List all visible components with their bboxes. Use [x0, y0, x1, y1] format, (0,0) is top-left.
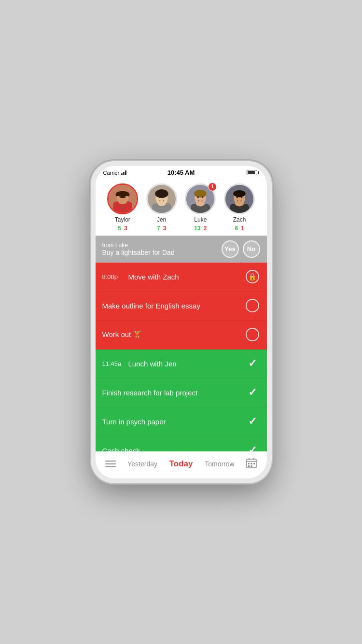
- mute-button: [85, 210, 87, 225]
- battery-indicator: [247, 170, 259, 175]
- checkmark-icon: ✓: [248, 386, 257, 399]
- task-row-lab-project[interactable]: Finish research for lab project ✓: [96, 378, 267, 407]
- volume-down-button: [85, 263, 87, 290]
- task-left: Turn in psych paper: [102, 418, 245, 426]
- friend-item-luke[interactable]: 1 Luke 13 2: [185, 183, 216, 232]
- task-left: Cash check: [102, 447, 245, 451]
- nav-yesterday[interactable]: Yesterday: [127, 460, 157, 468]
- friend-name-luke: Luke: [194, 216, 207, 223]
- task-left: Work out 🏋: [102, 330, 245, 339]
- svg-point-13: [163, 196, 165, 198]
- task-row-english-essay[interactable]: Make outline for English essay: [96, 292, 267, 321]
- avatar-wrap-jen: [146, 183, 177, 214]
- task-row-work-out[interactable]: Work out 🏋: [96, 321, 267, 350]
- friend-item-jen[interactable]: Jen 7 3: [146, 183, 177, 232]
- friend-counts-taylor: 5 3: [118, 225, 127, 232]
- tasks-area: from Luke Buy a lightsaber for Dad Yes N…: [96, 236, 267, 451]
- calendar-icon[interactable]: [246, 458, 257, 471]
- phone-screen: Carrier 10:45 AM: [96, 166, 267, 478]
- zach-face-svg: [225, 183, 253, 214]
- task-right: [245, 327, 260, 342]
- friend-name-jen: Jen: [157, 216, 166, 223]
- nav-tomorrow[interactable]: Tomorrow: [205, 460, 234, 468]
- task-label: Cash check: [102, 447, 140, 451]
- svg-point-29: [235, 201, 244, 206]
- task-left: Finish research for lab project: [102, 389, 245, 397]
- phone-frame: Carrier 10:45 AM: [91, 161, 272, 483]
- avatar-jen: [146, 183, 177, 214]
- task-right: [245, 298, 260, 313]
- svg-rect-35: [251, 463, 252, 464]
- friend-name-taylor: Taylor: [115, 216, 130, 223]
- suggestion-yes-button[interactable]: Yes: [222, 240, 239, 258]
- checkmark-icon: ✓: [248, 444, 257, 451]
- task-label: Turn in psych paper: [102, 418, 166, 426]
- friend-counts-luke: 13 2: [194, 225, 207, 232]
- avatar-wrap-luke: 1: [185, 183, 216, 214]
- suggestion-task-label: Buy a lightsaber for Dad: [102, 249, 217, 256]
- task-left: Make outline for English essay: [102, 302, 245, 310]
- task-right: ✓: [245, 385, 260, 400]
- task-right: ✓: [245, 443, 260, 451]
- checkmark-icon: ✓: [248, 357, 257, 370]
- task-row-cash-check[interactable]: Cash check ✓: [96, 436, 267, 451]
- friend-item-taylor[interactable]: Taylor 5 3: [107, 183, 138, 232]
- task-label: Move with Zach: [128, 273, 179, 281]
- task-time: 8:00p: [102, 273, 124, 280]
- task-time: 11:45a: [102, 360, 124, 367]
- task-row-lunch-jen[interactable]: 11:45a Lunch with Jen ✓: [96, 350, 267, 378]
- svg-point-22: [196, 201, 205, 206]
- svg-point-19: [197, 196, 199, 198]
- friend-counts-zach: 6 1: [235, 225, 244, 232]
- suggestion-text: from Luke Buy a lightsaber for Dad: [102, 242, 217, 256]
- carrier-label: Carrier: [103, 170, 127, 176]
- svg-rect-34: [248, 463, 250, 464]
- task-right: 🔒: [245, 269, 260, 284]
- task-label: Make outline for English essay: [102, 302, 200, 310]
- task-checkbox-unchecked[interactable]: [246, 299, 259, 312]
- suggestion-no-button[interactable]: No: [243, 240, 260, 258]
- lock-icon: 🔒: [246, 270, 259, 283]
- task-left: 11:45a Lunch with Jen: [102, 360, 245, 368]
- svg-point-18: [195, 189, 207, 197]
- svg-point-5: [120, 195, 122, 197]
- hamburger-menu-button[interactable]: [105, 461, 116, 467]
- svg-point-6: [124, 195, 126, 197]
- taylor-face-svg: [109, 183, 137, 214]
- svg-point-27: [241, 196, 243, 198]
- suggestion-buttons: Yes No: [222, 240, 260, 258]
- svg-point-26: [237, 196, 238, 198]
- wifi-icon: [121, 170, 126, 175]
- avatar-zach: [224, 183, 255, 214]
- svg-point-12: [158, 196, 160, 198]
- svg-point-8: [118, 199, 127, 204]
- avatar-wrap-zach: [224, 183, 255, 214]
- friend-name-zach: Zach: [233, 216, 246, 223]
- task-row-move-with-zach[interactable]: 8:00p Move with Zach 🔒: [96, 263, 267, 292]
- svg-rect-37: [248, 465, 250, 467]
- bottom-nav: Yesterday Today Tomorrow: [96, 451, 267, 478]
- svg-point-15: [157, 200, 166, 206]
- friend-item-zach[interactable]: Zach 6 1: [224, 183, 255, 232]
- jen-face-svg: [148, 183, 176, 214]
- svg-point-25: [233, 190, 245, 197]
- task-label: Work out 🏋: [102, 330, 142, 339]
- svg-point-20: [202, 196, 204, 198]
- suggestion-from: from Luke: [102, 242, 217, 249]
- suggestion-row[interactable]: from Luke Buy a lightsaber for Dad Yes N…: [96, 236, 267, 263]
- status-bar: Carrier 10:45 AM: [96, 166, 267, 178]
- status-time: 10:45 AM: [167, 169, 195, 176]
- avatar-wrap-taylor: [107, 183, 138, 214]
- svg-point-3: [116, 196, 120, 200]
- svg-rect-38: [251, 465, 252, 467]
- nav-today[interactable]: Today: [169, 459, 193, 469]
- friends-row: Taylor 5 3: [96, 178, 267, 236]
- task-label: Finish research for lab project: [102, 389, 198, 397]
- task-checkbox-unchecked[interactable]: [246, 328, 259, 341]
- svg-rect-36: [253, 463, 255, 464]
- volume-up-button: [85, 231, 87, 258]
- svg-point-4: [125, 196, 128, 200]
- task-row-psych-paper[interactable]: Turn in psych paper ✓: [96, 407, 267, 436]
- checkmark-icon: ✓: [248, 415, 257, 428]
- power-button: [276, 238, 278, 273]
